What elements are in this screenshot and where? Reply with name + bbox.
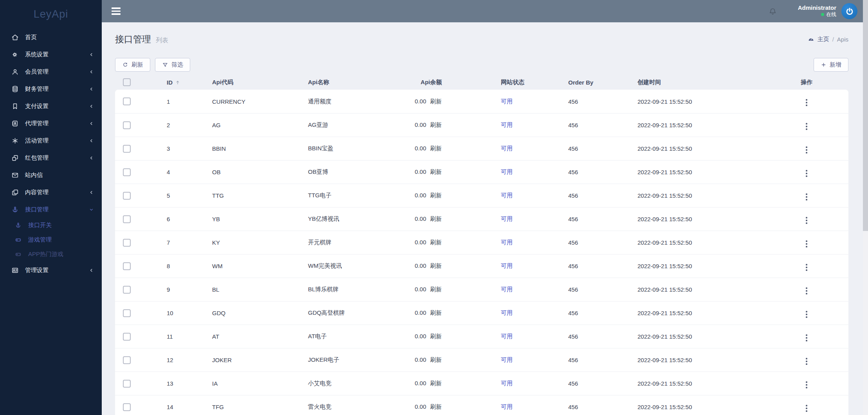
sidebar-item-content[interactable]: 内容管理 bbox=[0, 184, 102, 201]
sidebar-item-api-management[interactable]: 接口管理 bbox=[0, 201, 102, 218]
sidebar-item-activities[interactable]: 活动管理 bbox=[0, 132, 102, 149]
cell-api-code: IA bbox=[211, 372, 307, 395]
sidebar-item-home[interactable]: 首页 bbox=[0, 29, 102, 46]
envelope-icon bbox=[11, 171, 19, 179]
balance-refresh-link[interactable]: 刷新 bbox=[430, 121, 442, 128]
row-actions-kebab-icon[interactable] bbox=[804, 121, 809, 132]
balance-refresh-link[interactable]: 刷新 bbox=[430, 215, 442, 222]
balance-refresh-link[interactable]: 刷新 bbox=[430, 309, 442, 316]
row-actions-kebab-icon[interactable] bbox=[804, 403, 809, 413]
row-actions-kebab-icon[interactable] bbox=[804, 215, 809, 226]
cell-balance: 0.00 bbox=[415, 215, 426, 222]
balance-refresh-link[interactable]: 刷新 bbox=[430, 98, 442, 105]
row-checkbox[interactable] bbox=[123, 262, 131, 270]
asterisk-icon bbox=[11, 137, 19, 144]
sidebar-item-app-hot-games[interactable]: APP热门游戏 bbox=[0, 247, 102, 262]
table-row: 13 IA 小艾电竞 0.00刷新 可用 456 2022-09-21 15:5… bbox=[115, 372, 848, 395]
row-checkbox[interactable] bbox=[123, 145, 131, 153]
row-checkbox[interactable] bbox=[123, 333, 131, 341]
row-actions-kebab-icon[interactable] bbox=[804, 239, 809, 249]
sidebar-item-api-switch[interactable]: 接口开关 bbox=[0, 218, 102, 233]
column-header-id[interactable]: ID bbox=[167, 79, 173, 86]
row-checkbox[interactable] bbox=[123, 215, 131, 223]
column-header-balance[interactable]: Api余额 bbox=[403, 75, 495, 90]
topbar: Administrator 在线 bbox=[102, 0, 863, 22]
row-actions-kebab-icon[interactable] bbox=[804, 333, 809, 343]
row-checkbox[interactable] bbox=[123, 356, 131, 364]
sidebar-item-red-packets[interactable]: 红包管理 bbox=[0, 149, 102, 166]
row-checkbox[interactable] bbox=[123, 380, 131, 388]
sidebar-item-site-mail[interactable]: 站内信 bbox=[0, 166, 102, 184]
table-row: 2 AG AG亚游 0.00刷新 可用 456 2022-09-21 15:52… bbox=[115, 113, 848, 137]
row-actions-kebab-icon[interactable] bbox=[804, 262, 809, 272]
cell-id: 13 bbox=[162, 372, 211, 395]
column-header-created[interactable]: 创建时间 bbox=[636, 75, 788, 90]
row-actions-kebab-icon[interactable] bbox=[804, 145, 809, 155]
row-checkbox[interactable] bbox=[123, 403, 131, 411]
balance-refresh-link[interactable]: 刷新 bbox=[430, 403, 442, 410]
balance-refresh-link[interactable]: 刷新 bbox=[430, 333, 442, 339]
row-actions-kebab-icon[interactable] bbox=[804, 168, 809, 179]
balance-refresh-link[interactable]: 刷新 bbox=[430, 145, 442, 152]
row-checkbox[interactable] bbox=[123, 168, 131, 176]
add-button[interactable]: 新增 bbox=[814, 58, 848, 72]
row-actions-kebab-icon[interactable] bbox=[804, 380, 809, 390]
scrollbar-thumb[interactable] bbox=[863, 0, 868, 231]
row-checkbox[interactable] bbox=[123, 286, 131, 294]
row-actions-kebab-icon[interactable] bbox=[804, 286, 809, 296]
row-checkbox[interactable] bbox=[123, 97, 131, 105]
column-header-order[interactable]: Order By bbox=[565, 75, 636, 90]
row-actions-kebab-icon[interactable] bbox=[804, 192, 809, 202]
sidebar-toggle-button[interactable] bbox=[112, 7, 121, 15]
row-actions-kebab-icon[interactable] bbox=[804, 97, 809, 108]
cell-api-code: YB bbox=[211, 207, 307, 231]
refresh-button[interactable]: 刷新 bbox=[115, 58, 150, 72]
notifications-bell-icon[interactable] bbox=[768, 6, 778, 16]
column-header-status[interactable]: 网站状态 bbox=[495, 75, 565, 90]
sidebar-item-payment[interactable]: 支付设置 bbox=[0, 97, 102, 115]
online-status-dot bbox=[821, 13, 824, 16]
sidebar-item-finance[interactable]: 财务管理 bbox=[0, 80, 102, 97]
sidebar-item-members[interactable]: 会员管理 bbox=[0, 63, 102, 80]
sidebar-item-system-settings[interactable]: 系统设置 bbox=[0, 46, 102, 63]
column-header-code[interactable]: Api代码 bbox=[211, 75, 307, 90]
row-actions-kebab-icon[interactable] bbox=[804, 309, 809, 319]
cell-id: 8 bbox=[162, 254, 211, 278]
sidebar-nav: 首页 系统设置 会员管理 财务管理 支付设置 代理管理 bbox=[0, 29, 102, 279]
cell-balance: 0.00 bbox=[415, 333, 426, 339]
table-row: 14 TFG 雷火电竞 0.00刷新 可用 456 2022-09-21 15:… bbox=[115, 395, 848, 415]
row-checkbox[interactable] bbox=[123, 192, 131, 200]
chevron-left-icon bbox=[88, 267, 94, 273]
balance-refresh-link[interactable]: 刷新 bbox=[430, 286, 442, 292]
row-checkbox[interactable] bbox=[123, 121, 131, 129]
select-all-checkbox[interactable] bbox=[123, 78, 131, 86]
balance-refresh-link[interactable]: 刷新 bbox=[430, 192, 442, 198]
cell-created-time: 2022-09-21 15:52:50 bbox=[636, 231, 788, 254]
balance-refresh-link[interactable]: 刷新 bbox=[430, 356, 442, 363]
sidebar-item-admin-settings[interactable]: 管理设置 bbox=[0, 262, 102, 279]
cell-created-time: 2022-09-21 15:52:50 bbox=[636, 160, 788, 184]
breadcrumb-home-link[interactable]: 主页 bbox=[818, 36, 829, 43]
balance-refresh-link[interactable]: 刷新 bbox=[430, 239, 442, 245]
filter-button[interactable]: 筛选 bbox=[155, 58, 190, 72]
cell-created-time: 2022-09-21 15:52:50 bbox=[636, 278, 788, 301]
cell-balance: 0.00 bbox=[415, 192, 426, 198]
cell-order-by: 456 bbox=[565, 184, 636, 207]
status-text: 可用 bbox=[501, 356, 513, 363]
sidebar-item-label: 游戏管理 bbox=[28, 236, 94, 244]
column-header-name[interactable]: Api名称 bbox=[307, 75, 403, 90]
row-checkbox[interactable] bbox=[123, 239, 131, 247]
user-avatar[interactable] bbox=[841, 3, 857, 19]
sidebar-item-game-management[interactable]: 游戏管理 bbox=[0, 233, 102, 247]
cell-id: 4 bbox=[162, 160, 211, 184]
row-actions-kebab-icon[interactable] bbox=[804, 356, 809, 366]
cell-id: 11 bbox=[162, 325, 211, 348]
user-menu[interactable]: Administrator 在线 bbox=[798, 4, 836, 18]
sidebar-item-agents[interactable]: 代理管理 bbox=[0, 115, 102, 132]
row-checkbox[interactable] bbox=[123, 309, 131, 317]
balance-refresh-link[interactable]: 刷新 bbox=[430, 380, 442, 386]
cell-created-time: 2022-09-21 15:52:50 bbox=[636, 184, 788, 207]
balance-refresh-link[interactable]: 刷新 bbox=[430, 262, 442, 269]
balance-refresh-link[interactable]: 刷新 bbox=[430, 168, 442, 175]
cell-order-by: 456 bbox=[565, 325, 636, 348]
